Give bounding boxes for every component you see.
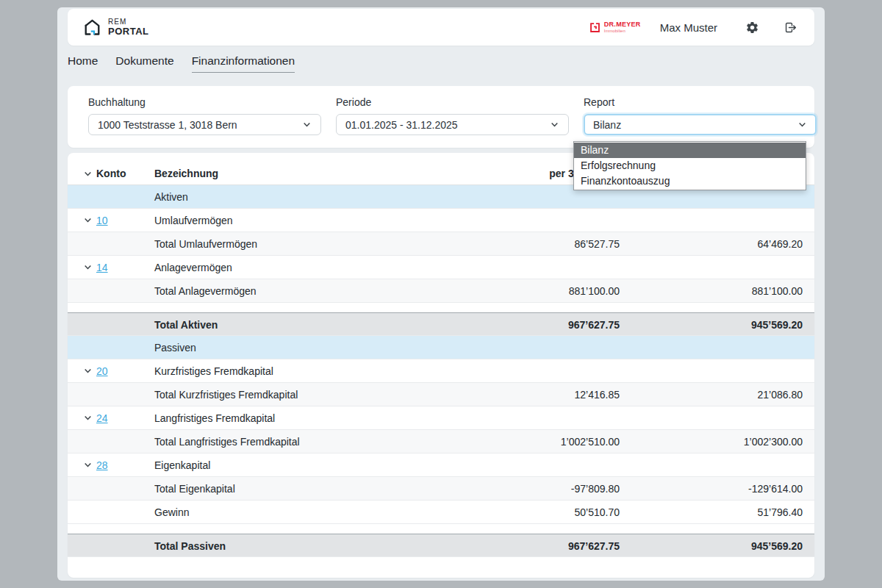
user-name: Max Muster (660, 21, 717, 34)
row-value-col2: 21’086.80 (757, 383, 803, 406)
row-value-col1: 967’627.75 (568, 313, 620, 337)
row-label: Total Eigenkapital (154, 477, 235, 501)
partner-subtitle: Immobilien (604, 29, 641, 33)
main-nav: HomeDokumenteFinanzinformationen (68, 54, 295, 73)
konto-link[interactable]: 28 (96, 453, 108, 477)
chevron-down-icon (302, 120, 312, 129)
table-row-grandtotal: Total Aktiven 967’627.75 945’569.20 (68, 312, 814, 336)
row-value-col2: 64’469.20 (757, 232, 803, 256)
table-row-subtotal: Total Umlaufvermögen 86’527.75 64’469.20 (68, 232, 814, 256)
chevron-down-icon (797, 120, 807, 129)
report-table-card: Konto Bezeichnung per 31.12.2025 per 31.… (68, 153, 814, 578)
table-row-subtotal: Total Anlagevermögen 881’100.00 881’100.… (68, 279, 814, 303)
row-value-col2: 945’569.20 (751, 313, 803, 337)
header-bezeichnung: Bezeichnung (154, 163, 218, 184)
konto-link[interactable]: 20 (96, 359, 108, 383)
table-row-group: 28 Eigenkapital (68, 453, 814, 477)
report-option[interactable]: Erfolgsrechnung (574, 158, 806, 173)
brand-line1: REM (108, 18, 148, 26)
report-table-body: Aktiven 10 Umlaufvermögen Total Umlaufve… (68, 185, 814, 557)
row-value-col1: 1’002’510.00 (561, 430, 620, 453)
buchhaltung-value: 1000 Teststrasse 1, 3018 Bern (98, 119, 302, 131)
periode-select[interactable]: 01.01.2025 - 31.12.2025 (336, 114, 569, 135)
row-value-col1: -97’809.80 (571, 477, 620, 501)
row-value-col1: 50’510.70 (574, 501, 620, 524)
filter-panel: Buchhaltung 1000 Teststrasse 1, 3018 Ber… (68, 86, 814, 148)
table-row-group: 24 Langfristiges Fremdkapital (68, 406, 814, 430)
table-spacer-row (68, 524, 814, 534)
periode-label: Periode (336, 96, 569, 108)
row-label: Total Anlagevermögen (154, 279, 257, 303)
periode-value: 01.01.2025 - 31.12.2025 (345, 119, 550, 131)
brand-line2: PORTAL (108, 26, 148, 36)
rem-portal-logo[interactable]: REM PORTAL (82, 18, 148, 37)
chevron-down-icon[interactable] (83, 256, 93, 279)
row-label: Total Kurzfristiges Fremdkapital (154, 383, 298, 406)
row-label: Total Umlaufvermögen (154, 232, 257, 256)
group-label: Anlagevermögen (154, 256, 232, 279)
buchhaltung-label: Buchhaltung (88, 96, 321, 108)
row-value-col2: -129’614.00 (748, 477, 803, 501)
table-row-group: 14 Anlagevermögen (68, 256, 814, 279)
dr-meyer-logo: DR.MEYER Immobilien (589, 21, 641, 33)
report-label: Report (584, 96, 817, 108)
buchhaltung-select[interactable]: 1000 Teststrasse 1, 3018 Bern (88, 114, 321, 135)
chevron-down-icon[interactable] (83, 453, 93, 476)
group-label: Eigenkapital (154, 453, 210, 477)
row-value-col1: 12’416.85 (574, 383, 620, 406)
table-row: Gewinn 50’510.70 51’796.40 (68, 501, 814, 524)
row-value-col1: 967’627.75 (568, 534, 620, 558)
collapse-all-chevron-icon[interactable] (83, 163, 93, 184)
row-label: Gewinn (154, 501, 189, 524)
report-option[interactable]: Bilanz (574, 143, 806, 158)
chevron-down-icon[interactable] (83, 359, 93, 382)
row-value-col2: 51’796.40 (757, 501, 803, 524)
topbar: REM PORTAL DR.MEYER Immobilien Max Muste… (68, 9, 814, 46)
table-spacer-row (68, 303, 814, 312)
konto-link[interactable]: 24 (96, 406, 108, 430)
report-option[interactable]: Finanzkontoauszug (574, 173, 806, 189)
chevron-down-icon[interactable] (83, 406, 93, 429)
table-row-group: 10 Umlaufvermögen (68, 209, 814, 232)
table-row-subtotal: Total Kurzfristiges Fremdkapital 12’416.… (68, 383, 814, 406)
logout-icon[interactable] (781, 18, 800, 37)
group-label: Kurzfristiges Fremdkapital (154, 359, 273, 383)
table-row-subtotal: Total Langfristiges Fremdkapital 1’002’5… (68, 430, 814, 453)
chevron-down-icon[interactable] (83, 209, 93, 232)
section-label: Passiven (154, 336, 196, 359)
konto-link[interactable]: 10 (96, 209, 108, 232)
house-logo-icon (82, 18, 102, 37)
report-select[interactable]: Bilanz (584, 114, 817, 135)
row-value-col1: 86’527.75 (574, 232, 620, 256)
partner-name: DR.MEYER (604, 21, 641, 28)
row-value-col2: 945’569.20 (751, 534, 803, 558)
app-container: REM PORTAL DR.MEYER Immobilien Max Muste… (57, 7, 825, 581)
report-dropdown-menu: BilanzErfolgsrechnungFinanzkontoauszug (573, 141, 806, 190)
header-konto: Konto (96, 163, 126, 184)
row-label: Total Langfristiges Fremdkapital (154, 430, 300, 453)
nav-item-home[interactable]: Home (68, 54, 98, 73)
table-row-subtotal: Total Eigenkapital -97’809.80 -129’614.0… (68, 477, 814, 501)
report-value: Bilanz (593, 119, 797, 131)
row-label: Total Aktiven (154, 313, 218, 337)
konto-link[interactable]: 14 (96, 256, 108, 279)
table-row-group: 20 Kurzfristiges Fremdkapital (68, 359, 814, 383)
row-value-col1: 881’100.00 (569, 279, 620, 303)
group-label: Langfristiges Fremdkapital (154, 406, 275, 430)
settings-gear-icon[interactable] (742, 18, 761, 37)
dr-meyer-square-icon (589, 22, 600, 33)
table-row-grandtotal: Total Passiven 967’627.75 945’569.20 (68, 534, 814, 557)
section-label: Aktiven (154, 185, 188, 209)
chevron-down-icon (550, 120, 559, 129)
table-row-section: Passiven (68, 336, 814, 359)
group-label: Umlaufvermögen (154, 209, 233, 232)
row-value-col2: 881’100.00 (752, 279, 803, 303)
row-label: Total Passiven (154, 534, 226, 558)
nav-item-finanzinformationen[interactable]: Finanzinformationen (192, 54, 295, 73)
row-value-col2: 1’002’300.00 (744, 430, 803, 453)
nav-item-dokumente[interactable]: Dokumente (115, 54, 173, 73)
